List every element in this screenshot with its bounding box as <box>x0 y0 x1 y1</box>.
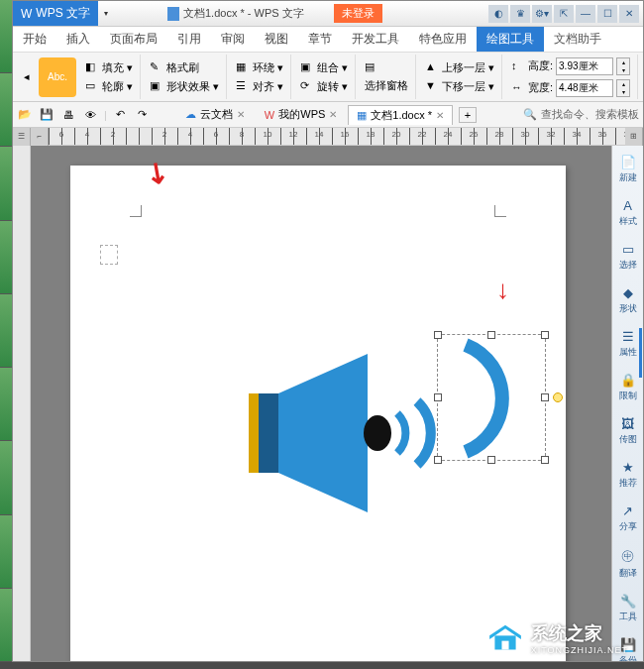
fill-icon: ◧ <box>85 60 99 74</box>
tab-close-icon[interactable]: ✕ <box>436 110 444 121</box>
minimize-button[interactable]: — <box>576 5 595 23</box>
arc-shape[interactable] <box>438 335 547 462</box>
align-button[interactable]: ☰对齐 ▾ <box>233 78 286 95</box>
width-spinner[interactable]: ▴▾ <box>616 79 630 97</box>
open-icon[interactable]: 📂 <box>17 107 33 123</box>
resize-handle[interactable] <box>541 331 549 339</box>
menu-章节[interactable]: 章节 <box>298 27 342 52</box>
crop-mark-icon <box>130 205 142 217</box>
side-icon: ↗ <box>622 503 633 518</box>
side-item-选择[interactable]: ▭选择 <box>612 239 643 275</box>
menu-文档助手[interactable]: 文档助手 <box>544 27 611 52</box>
command-search[interactable]: 🔍 查找命令、搜索模板 <box>523 107 639 122</box>
selection-bounds[interactable] <box>437 334 546 461</box>
ribbon: ◂ Abc. ◧填充 ▾ ▭轮廓 ▾ ✎格式刷 ▣形状效果 ▾ ▦环绕 ▾ ☰对… <box>13 53 643 102</box>
resize-handle[interactable] <box>434 331 442 339</box>
crown-icon[interactable]: ♛ <box>510 5 530 23</box>
menu-页面布局[interactable]: 页面布局 <box>100 27 167 52</box>
side-item-新建[interactable]: 📄新建 <box>612 152 643 187</box>
side-item-样式[interactable]: A样式 <box>612 195 643 231</box>
watermark: 系统之家 XITONGZHIJIA.NET <box>487 621 628 655</box>
menu-开始[interactable]: 开始 <box>13 27 56 52</box>
app-brand[interactable]: W WPS 文字 <box>13 1 98 26</box>
menu-绘图工具[interactable]: 绘图工具 <box>477 27 544 52</box>
format-painter-button[interactable]: ✎格式刷 <box>147 59 222 76</box>
tab-close-icon[interactable]: ✕ <box>329 109 337 120</box>
height-input[interactable] <box>556 57 613 75</box>
menu-视图[interactable]: 视图 <box>255 27 298 52</box>
rotate-button[interactable]: ⟳旋转 ▾ <box>297 78 351 95</box>
side-icon: ◆ <box>623 285 633 300</box>
settings-dropdown-icon[interactable]: ⚙▾ <box>532 5 552 23</box>
outline-button[interactable]: ▭轮廓 ▾ <box>82 78 136 95</box>
menu-开发工具[interactable]: 开发工具 <box>342 27 409 52</box>
styles-prev[interactable]: ◂ <box>21 69 33 84</box>
undo-icon[interactable]: ↶ <box>113 107 129 123</box>
preview-icon[interactable]: 👁 <box>82 107 98 123</box>
side-item-形状[interactable]: ◆形状 <box>612 282 643 318</box>
horizontal-ruler[interactable]: ☰ ⌐ 642246810121416182022242628303234363… <box>13 128 643 146</box>
app-menu-dropdown[interactable]: ▾ <box>104 9 108 18</box>
resize-handle[interactable] <box>541 393 549 401</box>
fill-button[interactable]: ◧填充 ▾ <box>82 59 136 76</box>
height-icon: ↕ <box>511 59 525 73</box>
print-icon[interactable]: 🖶 <box>60 107 76 123</box>
menu-特色应用[interactable]: 特色应用 <box>409 27 477 52</box>
width-input[interactable] <box>556 79 613 97</box>
group-button[interactable]: ▣组合 ▾ <box>297 59 351 76</box>
height-spinner[interactable]: ▴▾ <box>616 57 630 75</box>
selection-pane-label[interactable]: 选择窗格 <box>362 77 411 94</box>
popout-icon[interactable]: ⇱ <box>554 5 574 23</box>
menu-引用[interactable]: 引用 <box>167 27 211 52</box>
speaker-shape[interactable] <box>249 354 457 512</box>
maximize-button[interactable]: ☐ <box>597 5 617 23</box>
rotate-handle[interactable] <box>553 392 563 402</box>
resize-handle[interactable] <box>434 456 442 464</box>
tab-label: 文档1.docx * <box>371 108 432 123</box>
side-item-翻译[interactable]: ㊥翻译 <box>612 544 643 583</box>
crop-mark-icon <box>494 205 506 217</box>
bring-forward-button[interactable]: ▲上移一层 ▾ <box>422 59 497 76</box>
doc-tab[interactable]: ▦文档1.docx *✕ <box>348 105 453 125</box>
canvas[interactable]: ↘ ↓ <box>31 146 611 661</box>
doc-tab[interactable]: ☁云文档✕ <box>176 104 254 125</box>
brush-icon: ✎ <box>150 60 163 74</box>
vertical-ruler[interactable] <box>13 146 31 661</box>
app-window: W WPS 文字 ▾ 文档1.docx * - WPS 文字 未登录 ◐ ♛ ⚙… <box>12 0 644 662</box>
side-icon: ▭ <box>622 242 634 257</box>
resize-handle[interactable] <box>434 393 442 401</box>
save-icon[interactable]: 💾 <box>39 107 54 123</box>
skin-icon[interactable]: ◐ <box>488 5 508 23</box>
resize-handle[interactable] <box>487 331 495 339</box>
add-tab-button[interactable]: + <box>459 107 477 123</box>
close-button[interactable]: ✕ <box>619 5 639 23</box>
doc-icon: ▦ <box>357 109 367 122</box>
side-item-传图[interactable]: 🖼传图 <box>612 413 643 449</box>
login-status-badge[interactable]: 未登录 <box>334 4 382 23</box>
side-icon: ★ <box>622 460 634 475</box>
side-item-分享[interactable]: ↗分享 <box>612 501 643 536</box>
tab-selector[interactable]: ⌐ <box>31 128 49 146</box>
side-label: 备份 <box>619 654 637 661</box>
wrap-button[interactable]: ▦环绕 ▾ <box>233 59 286 76</box>
side-item-推荐[interactable]: ★推荐 <box>612 457 643 493</box>
redo-icon[interactable]: ↷ <box>135 107 151 123</box>
selection-pane-button[interactable]: ▤ <box>362 59 411 75</box>
document-page[interactable]: ↘ ↓ <box>70 166 566 661</box>
shape-effect-button[interactable]: ▣形状效果 ▾ <box>147 78 222 95</box>
title-bar: W WPS 文字 ▾ 文档1.docx * - WPS 文字 未登录 ◐ ♛ ⚙… <box>13 1 643 27</box>
image-placeholder-icon <box>100 245 118 265</box>
shape-style-sample[interactable]: Abc. <box>39 57 76 97</box>
menu-插入[interactable]: 插入 <box>56 27 100 52</box>
nav-pane-toggle[interactable]: ☰ <box>13 128 31 146</box>
resize-handle[interactable] <box>541 456 549 464</box>
menu-审阅[interactable]: 审阅 <box>211 27 255 52</box>
resize-handle[interactable] <box>487 456 495 464</box>
annotation-arrow-icon: ↓ <box>496 275 509 305</box>
tab-close-icon[interactable]: ✕ <box>237 109 245 120</box>
send-backward-button[interactable]: ▼下移一层 ▾ <box>422 78 497 95</box>
wps-logo-icon: W <box>21 7 32 21</box>
watermark-title: 系统之家 <box>531 621 628 645</box>
doc-tab[interactable]: W我的WPS✕ <box>256 104 346 125</box>
ruler-unit-icon[interactable]: ⊞ <box>625 128 643 146</box>
